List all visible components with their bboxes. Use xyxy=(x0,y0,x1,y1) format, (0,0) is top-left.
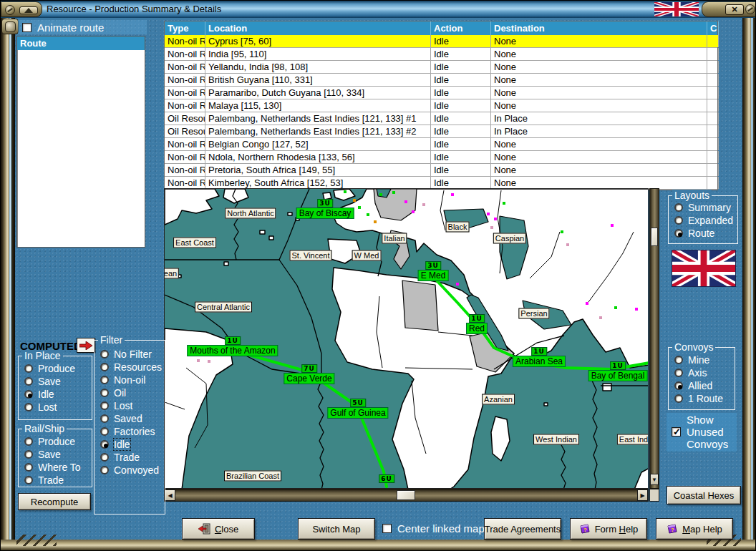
column-header-c: C xyxy=(707,21,719,35)
table-row[interactable]: Non-oil Res.Pretoria, South Africa [149,… xyxy=(165,164,717,177)
map-horizontal-scrollbar[interactable]: ◀ ▶ xyxy=(164,489,649,502)
map-vertical-scrollbar[interactable]: ▼ xyxy=(649,188,659,489)
convoy-badge[interactable]: 1U xyxy=(469,314,485,323)
world-map[interactable]: North AtlanticEast CoasteanSt. VincentW … xyxy=(164,188,649,489)
exit-door-icon xyxy=(198,523,210,535)
recompute-button[interactable]: Recompute xyxy=(18,493,91,510)
table-cell: India [95, 110] xyxy=(205,48,431,60)
radio-idle[interactable]: Idle xyxy=(24,389,92,399)
map-help-button[interactable]: ? Map Help xyxy=(656,518,733,540)
scroll-down-icon[interactable]: ▼ xyxy=(650,474,659,485)
convoy-route-label[interactable]: Gulf of Guinea xyxy=(327,407,388,419)
radio-saved[interactable]: Saved xyxy=(100,413,165,424)
table-row[interactable]: Non-oil Res.India [95, 110]IdleNone xyxy=(165,48,717,61)
maximize-icon[interactable] xyxy=(19,6,38,14)
convoy-route-label[interactable]: Bay of Biscay xyxy=(296,208,354,219)
radio-lost[interactable]: Lost xyxy=(100,400,165,411)
radio-no-filter[interactable]: No Filter xyxy=(100,348,165,359)
scroll-left-icon[interactable]: ◀ xyxy=(165,489,175,501)
radio-oil[interactable]: Oil xyxy=(100,387,165,398)
convoy-route-label[interactable]: Mouths of the Amazon xyxy=(187,345,278,356)
table-cell xyxy=(707,177,719,189)
radio-circle xyxy=(100,414,109,423)
convoy-badge[interactable]: 7U xyxy=(301,364,317,373)
radio-factories[interactable]: Factories xyxy=(100,426,165,437)
resource-dot xyxy=(367,213,369,216)
table-row[interactable]: Non-oil Res.Paramaribo, Dutch Guyana [11… xyxy=(165,87,717,99)
center-linked-map-row[interactable]: Center linked map xyxy=(382,522,485,535)
radio-1-route[interactable]: 1 Route xyxy=(674,393,735,404)
radio-summary[interactable]: Summary xyxy=(674,202,737,213)
convoy-badge[interactable]: 1U xyxy=(225,336,241,345)
h-scroll-thumb[interactable] xyxy=(397,490,415,500)
table-row[interactable]: Non-oil Res.Yellandu, India [98, 108]Idl… xyxy=(165,61,717,74)
show-unused-panel[interactable]: Show Unused Convoys xyxy=(667,413,737,452)
table-row[interactable]: Non-oil Res.Malaya [115, 130]IdleNone xyxy=(165,99,717,112)
radio-label: Convoyed xyxy=(114,464,159,476)
sea-zone-label: Brazilian Coast xyxy=(224,471,281,482)
resource-dot xyxy=(487,213,490,215)
convoy-route-label[interactable]: Red xyxy=(466,323,488,334)
center-linked-map-checkbox[interactable] xyxy=(382,524,392,533)
convoy-route-label[interactable]: Cape Verde xyxy=(284,373,334,384)
table-row[interactable]: Non-oil Res.Belgian Congo [127, 52]IdleN… xyxy=(165,138,717,151)
close-button[interactable]: Close xyxy=(182,518,255,540)
convoy-route-label[interactable]: Arabian Sea xyxy=(513,356,566,367)
radio-label: 1 Route xyxy=(688,393,723,404)
show-unused-checkbox[interactable] xyxy=(672,427,681,437)
table-row[interactable]: Oil ResourcePalembang, Netherlands East … xyxy=(165,112,717,125)
coastal-hexes-button[interactable]: Coastal Hexes xyxy=(667,486,741,504)
trade-agreements-button[interactable]: Trade Agreements xyxy=(484,518,561,540)
radio-produce[interactable]: Produce xyxy=(24,436,92,447)
convoy-route-label[interactable]: Bay of Bengal xyxy=(588,370,648,381)
table-cell: In Place xyxy=(491,112,707,125)
radio-route[interactable]: Route xyxy=(674,228,737,238)
animate-route-checkbox[interactable] xyxy=(22,23,32,32)
radio-trade[interactable]: Trade xyxy=(100,452,165,462)
table-row[interactable]: Non-oil Res.Cyprus [75, 60]IdleNone xyxy=(165,35,717,48)
radio-axis[interactable]: Axis xyxy=(674,367,735,378)
radio-label: No Filter xyxy=(114,348,152,360)
v-scroll-thumb[interactable] xyxy=(651,228,658,246)
resource-dot xyxy=(614,306,617,309)
convoy-badge[interactable]: 5U xyxy=(350,399,366,407)
radio-non-oil[interactable]: Non-oil xyxy=(100,374,165,385)
close-window-icon[interactable]: ✕ xyxy=(725,4,744,15)
radio-label: Idle xyxy=(38,389,54,400)
table-cell xyxy=(707,138,719,150)
table-row[interactable]: Non-oil Res.Ndola, Northern Rhodesia [13… xyxy=(165,151,717,164)
radio-allied[interactable]: Allied xyxy=(674,380,735,391)
switch-map-button[interactable]: Switch Map xyxy=(298,518,375,540)
convoy-badge[interactable]: 1U xyxy=(531,347,547,356)
convoy-badge[interactable]: 6U xyxy=(379,474,394,483)
titlebar-left-cap xyxy=(1,1,42,17)
radio-idle[interactable]: Idle xyxy=(100,439,165,449)
convoy-badge[interactable]: 3U xyxy=(317,199,333,208)
radio-convoyed[interactable]: Convoyed xyxy=(100,464,165,475)
table-cell: None xyxy=(491,61,707,73)
table-row[interactable]: Non-oil Res.British Guyana [110, 331]Idl… xyxy=(165,74,717,87)
scroll-right-icon[interactable]: ▶ xyxy=(637,489,648,501)
convoy-route-label[interactable]: E Med xyxy=(418,270,449,281)
table-row[interactable]: Oil ResourcePalembang, Netherlands East … xyxy=(165,125,717,138)
computed-arrow-button[interactable] xyxy=(77,338,95,353)
radio-produce[interactable]: Produce xyxy=(24,363,92,374)
convoy-badge[interactable]: 1U xyxy=(610,361,626,370)
radio-save[interactable]: Save xyxy=(24,449,92,459)
table-cell: Oil Resource xyxy=(165,125,205,137)
radio-lost[interactable]: Lost xyxy=(24,401,92,412)
form-help-button[interactable]: ? Form Help xyxy=(570,518,647,540)
radio-where-to[interactable]: Where To xyxy=(24,462,92,472)
animate-route-row[interactable]: Animate route xyxy=(18,20,147,34)
radio-save[interactable]: Save xyxy=(24,376,92,386)
table-cell: Idle xyxy=(431,164,491,176)
svg-text:?: ? xyxy=(671,527,674,533)
table-cell: Non-oil Res. xyxy=(165,74,205,86)
route-list[interactable]: Route xyxy=(16,36,145,248)
convoy-badge[interactable]: 3U xyxy=(425,261,441,270)
table-cell: Yellandu, India [98, 108] xyxy=(205,61,431,73)
radio-trade[interactable]: Trade xyxy=(24,474,92,485)
radio-expanded[interactable]: Expanded xyxy=(674,215,737,225)
radio-mine[interactable]: Mine xyxy=(674,354,735,365)
radio-resources[interactable]: Resources xyxy=(100,361,165,372)
